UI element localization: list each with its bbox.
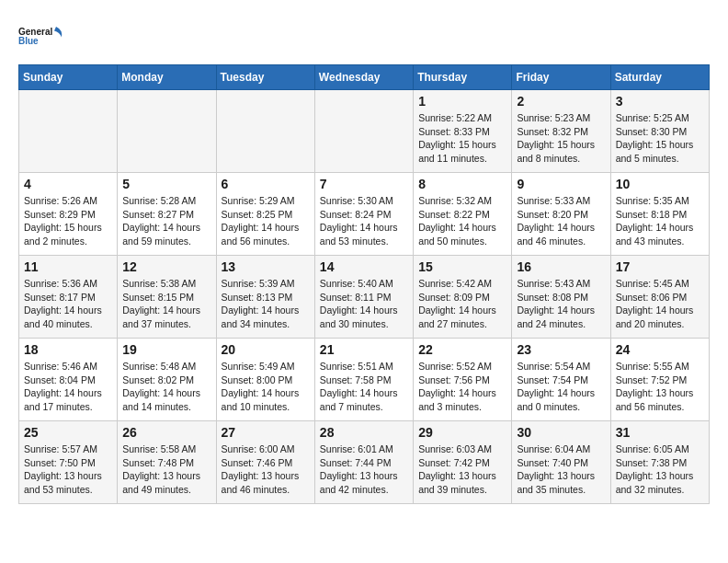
weekday-header-monday: Monday xyxy=(118,65,216,90)
calendar-cell: 28Sunrise: 6:01 AMSunset: 7:44 PMDayligh… xyxy=(314,421,413,504)
calendar-cell: 18Sunrise: 5:46 AMSunset: 8:04 PMDayligh… xyxy=(19,339,118,421)
day-number: 22 xyxy=(418,342,506,357)
calendar-cell: 2Sunrise: 5:23 AMSunset: 8:32 PMDaylight… xyxy=(512,90,610,173)
day-info: Sunrise: 5:39 AMSunset: 8:13 PMDaylight:… xyxy=(222,277,310,331)
day-info: Sunrise: 5:32 AMSunset: 8:22 PMDaylight:… xyxy=(418,194,506,248)
day-number: 1 xyxy=(418,94,506,109)
calendar-cell: 26Sunrise: 5:58 AMSunset: 7:48 PMDayligh… xyxy=(118,421,216,504)
day-info: Sunrise: 5:51 AMSunset: 7:58 PMDaylight:… xyxy=(320,360,408,414)
day-info: Sunrise: 5:25 AMSunset: 8:30 PMDaylight:… xyxy=(616,111,704,166)
svg-text:Blue: Blue xyxy=(18,36,39,46)
calendar-cell: 16Sunrise: 5:43 AMSunset: 8:08 PMDayligh… xyxy=(512,256,610,339)
day-info: Sunrise: 5:49 AMSunset: 8:00 PMDaylight:… xyxy=(222,360,310,414)
calendar-cell: 12Sunrise: 5:38 AMSunset: 8:15 PMDayligh… xyxy=(118,256,216,339)
day-number: 9 xyxy=(517,177,605,191)
weekday-header-tuesday: Tuesday xyxy=(216,65,314,90)
calendar-cell: 3Sunrise: 5:25 AMSunset: 8:30 PMDaylight… xyxy=(610,90,709,173)
day-number: 13 xyxy=(222,259,310,274)
calendar-cell: 24Sunrise: 5:55 AMSunset: 7:52 PMDayligh… xyxy=(610,339,709,421)
header: General Blue xyxy=(18,18,710,55)
calendar-cell: 7Sunrise: 5:30 AMSunset: 8:24 PMDaylight… xyxy=(314,173,413,256)
weekday-header-friday: Friday xyxy=(512,65,610,90)
day-number: 30 xyxy=(517,425,605,440)
day-info: Sunrise: 5:36 AMSunset: 8:17 PMDaylight:… xyxy=(24,277,112,331)
calendar-cell: 15Sunrise: 5:42 AMSunset: 8:09 PMDayligh… xyxy=(414,256,512,339)
day-number: 4 xyxy=(24,177,112,191)
calendar-cell: 17Sunrise: 5:45 AMSunset: 8:06 PMDayligh… xyxy=(610,256,709,339)
calendar-cell: 9Sunrise: 5:33 AMSunset: 8:20 PMDaylight… xyxy=(512,173,610,256)
day-number: 28 xyxy=(320,425,408,440)
day-info: Sunrise: 5:42 AMSunset: 8:09 PMDaylight:… xyxy=(418,277,506,331)
day-info: Sunrise: 6:04 AMSunset: 7:40 PMDaylight:… xyxy=(517,442,605,497)
day-info: Sunrise: 5:55 AMSunset: 7:52 PMDaylight:… xyxy=(616,360,704,414)
calendar-cell: 30Sunrise: 6:04 AMSunset: 7:40 PMDayligh… xyxy=(512,421,610,504)
calendar-cell: 14Sunrise: 5:40 AMSunset: 8:11 PMDayligh… xyxy=(314,256,413,339)
day-info: Sunrise: 6:03 AMSunset: 7:42 PMDaylight:… xyxy=(418,442,506,497)
day-number: 25 xyxy=(24,425,112,440)
day-info: Sunrise: 5:33 AMSunset: 8:20 PMDaylight:… xyxy=(517,194,605,248)
day-info: Sunrise: 6:00 AMSunset: 7:46 PMDaylight:… xyxy=(222,442,310,497)
day-info: Sunrise: 5:45 AMSunset: 8:06 PMDaylight:… xyxy=(616,277,704,331)
day-info: Sunrise: 5:46 AMSunset: 8:04 PMDaylight:… xyxy=(24,360,112,414)
day-number: 3 xyxy=(616,94,704,109)
calendar-cell: 6Sunrise: 5:29 AMSunset: 8:25 PMDaylight… xyxy=(216,173,314,256)
day-number: 23 xyxy=(517,342,605,357)
calendar-cell: 11Sunrise: 5:36 AMSunset: 8:17 PMDayligh… xyxy=(19,256,118,339)
day-info: Sunrise: 5:26 AMSunset: 8:29 PMDaylight:… xyxy=(24,194,112,248)
day-info: Sunrise: 5:57 AMSunset: 7:50 PMDaylight:… xyxy=(24,442,112,497)
weekday-header-wednesday: Wednesday xyxy=(314,65,413,90)
day-info: Sunrise: 5:52 AMSunset: 7:56 PMDaylight:… xyxy=(418,360,506,414)
weekday-header-thursday: Thursday xyxy=(414,65,512,90)
day-number: 5 xyxy=(122,177,210,191)
day-info: Sunrise: 5:23 AMSunset: 8:32 PMDaylight:… xyxy=(517,111,605,166)
day-number: 20 xyxy=(222,342,310,357)
calendar-week-4: 18Sunrise: 5:46 AMSunset: 8:04 PMDayligh… xyxy=(19,339,710,421)
svg-text:General: General xyxy=(18,27,52,37)
day-number: 18 xyxy=(24,342,112,357)
day-number: 15 xyxy=(418,259,506,274)
day-info: Sunrise: 5:58 AMSunset: 7:48 PMDaylight:… xyxy=(122,442,210,497)
calendar-week-2: 4Sunrise: 5:26 AMSunset: 8:29 PMDaylight… xyxy=(19,173,710,256)
day-info: Sunrise: 5:22 AMSunset: 8:33 PMDaylight:… xyxy=(418,111,506,166)
day-info: Sunrise: 5:43 AMSunset: 8:08 PMDaylight:… xyxy=(517,277,605,331)
calendar-cell: 27Sunrise: 6:00 AMSunset: 7:46 PMDayligh… xyxy=(216,421,314,504)
calendar-cell: 10Sunrise: 5:35 AMSunset: 8:18 PMDayligh… xyxy=(610,173,709,256)
calendar-cell: 22Sunrise: 5:52 AMSunset: 7:56 PMDayligh… xyxy=(414,339,512,421)
calendar-cell xyxy=(19,90,118,173)
weekday-header-saturday: Saturday xyxy=(610,65,709,90)
calendar-header: SundayMondayTuesdayWednesdayThursdayFrid… xyxy=(19,65,710,90)
calendar-cell: 21Sunrise: 5:51 AMSunset: 7:58 PMDayligh… xyxy=(314,339,413,421)
day-number: 11 xyxy=(24,259,112,274)
day-number: 2 xyxy=(517,94,605,109)
day-number: 19 xyxy=(122,342,210,357)
day-number: 8 xyxy=(418,177,506,191)
day-number: 27 xyxy=(222,425,310,440)
calendar-cell: 20Sunrise: 5:49 AMSunset: 8:00 PMDayligh… xyxy=(216,339,314,421)
weekday-header-sunday: Sunday xyxy=(19,65,118,90)
day-info: Sunrise: 5:30 AMSunset: 8:24 PMDaylight:… xyxy=(320,194,408,248)
calendar-cell xyxy=(216,90,314,173)
day-info: Sunrise: 5:35 AMSunset: 8:18 PMDaylight:… xyxy=(616,194,704,248)
day-number: 31 xyxy=(616,425,704,440)
calendar-table: SundayMondayTuesdayWednesdayThursdayFrid… xyxy=(18,64,710,504)
day-info: Sunrise: 5:38 AMSunset: 8:15 PMDaylight:… xyxy=(122,277,210,331)
day-number: 26 xyxy=(122,425,210,440)
day-number: 7 xyxy=(320,177,408,191)
day-info: Sunrise: 5:29 AMSunset: 8:25 PMDaylight:… xyxy=(222,194,310,248)
calendar-cell: 29Sunrise: 6:03 AMSunset: 7:42 PMDayligh… xyxy=(414,421,512,504)
calendar-cell: 4Sunrise: 5:26 AMSunset: 8:29 PMDaylight… xyxy=(19,173,118,256)
calendar-cell xyxy=(118,90,216,173)
day-info: Sunrise: 5:54 AMSunset: 7:54 PMDaylight:… xyxy=(517,360,605,414)
day-number: 10 xyxy=(616,177,704,191)
calendar-cell: 5Sunrise: 5:28 AMSunset: 8:27 PMDaylight… xyxy=(118,173,216,256)
calendar-cell xyxy=(314,90,413,173)
calendar-cell: 13Sunrise: 5:39 AMSunset: 8:13 PMDayligh… xyxy=(216,256,314,339)
day-number: 12 xyxy=(122,259,210,274)
calendar-cell: 19Sunrise: 5:48 AMSunset: 8:02 PMDayligh… xyxy=(118,339,216,421)
day-number: 24 xyxy=(616,342,704,357)
day-info: Sunrise: 5:48 AMSunset: 8:02 PMDaylight:… xyxy=(122,360,210,414)
calendar-week-5: 25Sunrise: 5:57 AMSunset: 7:50 PMDayligh… xyxy=(19,421,710,504)
calendar-cell: 25Sunrise: 5:57 AMSunset: 7:50 PMDayligh… xyxy=(19,421,118,504)
day-number: 14 xyxy=(320,259,408,274)
day-number: 6 xyxy=(222,177,310,191)
